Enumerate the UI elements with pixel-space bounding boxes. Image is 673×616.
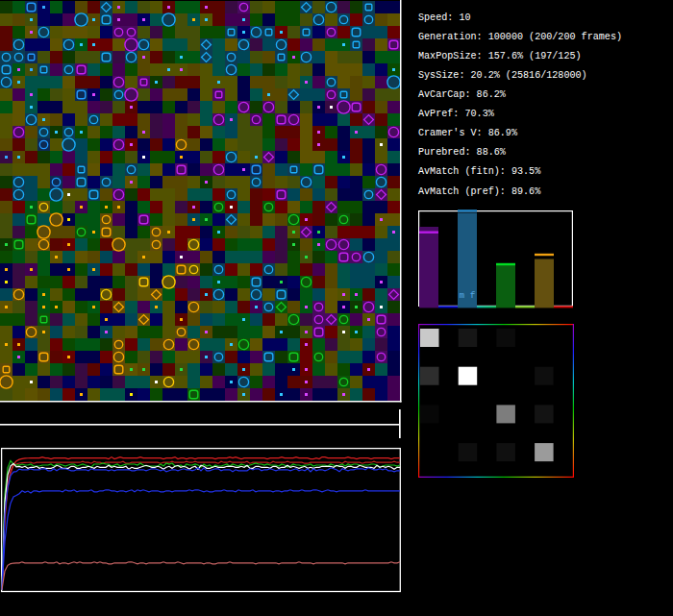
svg-text:AvPref: 70.3%: AvPref: 70.3%: [418, 109, 495, 119]
svg-text:MaxPopSize: 157.6% (197/125): MaxPopSize: 157.6% (197/125): [418, 51, 582, 62]
svg-text:Generation: 100000 (200/200 fr: Generation: 100000 (200/200 frames): [418, 32, 622, 42]
svg-text:AvMatch (pref): 89.6%: AvMatch (pref): 89.6%: [418, 186, 541, 197]
svg-text:SysSize: 20.2% (25816/128000): SysSize: 20.2% (25816/128000): [418, 70, 587, 81]
svg-text:m f: m f: [460, 290, 476, 301]
svg-text:AvMatch (fitn): 93.5%: AvMatch (fitn): 93.5%: [418, 166, 541, 177]
svg-text:Cramer's V: 86.9%: Cramer's V: 86.9%: [418, 128, 518, 138]
svg-text:Purebred: 88.6%: Purebred: 88.6%: [418, 147, 507, 158]
svg-text:Speed: 10: Speed: 10: [418, 12, 471, 23]
svg-text:AvCarCap: 86.2%: AvCarCap: 86.2%: [418, 89, 507, 100]
